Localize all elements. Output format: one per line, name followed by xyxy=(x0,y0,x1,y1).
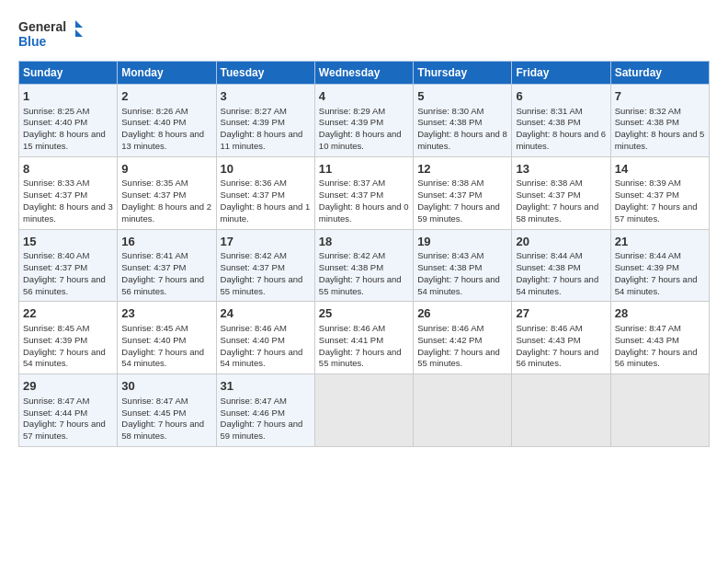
day-number: 15 xyxy=(23,234,113,250)
week-row-4: 29Sunrise: 8:47 AMSunset: 4:44 PMDayligh… xyxy=(19,374,710,447)
week-row-0: 1Sunrise: 8:25 AMSunset: 4:40 PMDaylight… xyxy=(19,85,710,157)
day-info: Sunset: 4:43 PM xyxy=(615,335,705,347)
day-info: Sunset: 4:37 PM xyxy=(221,262,311,274)
day-info: Sunset: 4:38 PM xyxy=(516,262,606,274)
calendar-cell: 13Sunrise: 8:38 AMSunset: 4:37 PMDayligh… xyxy=(512,156,610,229)
day-number: 2 xyxy=(121,88,211,105)
day-info: Daylight: 8 hours and 1 minute. xyxy=(221,201,311,225)
day-info: Sunset: 4:45 PM xyxy=(121,408,211,419)
day-header-sunday: Sunday xyxy=(19,62,118,85)
day-info: Sunset: 4:40 PM xyxy=(221,335,311,347)
day-info: Daylight: 7 hours and 54 minutes. xyxy=(23,347,113,371)
day-info: Sunrise: 8:29 AM xyxy=(319,106,409,118)
day-info: Sunset: 4:37 PM xyxy=(23,190,113,201)
day-info: Sunrise: 8:40 AM xyxy=(23,250,113,262)
day-info: Sunset: 4:39 PM xyxy=(221,117,311,129)
calendar-cell: 23Sunrise: 8:45 AMSunset: 4:40 PMDayligh… xyxy=(118,302,216,374)
day-header-friday: Friday xyxy=(512,62,610,85)
week-row-1: 8Sunrise: 8:33 AMSunset: 4:37 PMDaylight… xyxy=(19,156,710,229)
day-number: 28 xyxy=(615,305,705,322)
calendar-cell: 20Sunrise: 8:44 AMSunset: 4:38 PMDayligh… xyxy=(512,229,610,302)
day-number: 1 xyxy=(23,88,113,105)
day-info: Sunset: 4:37 PM xyxy=(121,262,211,274)
day-number: 30 xyxy=(121,378,211,395)
logo: General Blue xyxy=(18,17,83,52)
calendar-cell: 29Sunrise: 8:47 AMSunset: 4:44 PMDayligh… xyxy=(19,374,118,447)
day-info: Sunrise: 8:44 AM xyxy=(615,250,705,262)
day-info: Sunset: 4:37 PM xyxy=(516,190,606,201)
day-header-monday: Monday xyxy=(118,62,216,85)
calendar-cell: 15Sunrise: 8:40 AMSunset: 4:37 PMDayligh… xyxy=(19,229,118,302)
day-number: 7 xyxy=(615,88,705,105)
calendar-cell: 28Sunrise: 8:47 AMSunset: 4:43 PMDayligh… xyxy=(610,302,709,374)
day-number: 24 xyxy=(221,305,311,322)
day-info: Daylight: 7 hours and 54 minutes. xyxy=(417,274,507,298)
calendar-cell: 25Sunrise: 8:46 AMSunset: 4:41 PMDayligh… xyxy=(314,302,413,374)
day-number: 26 xyxy=(417,305,507,322)
day-info: Daylight: 8 hours and 0 minutes. xyxy=(319,201,409,225)
day-info: Daylight: 7 hours and 59 minutes. xyxy=(221,419,311,442)
logo-svg: General Blue xyxy=(18,17,83,52)
day-info: Sunrise: 8:42 AM xyxy=(221,250,311,262)
week-row-2: 15Sunrise: 8:40 AMSunset: 4:37 PMDayligh… xyxy=(19,229,710,302)
day-info: Sunset: 4:42 PM xyxy=(417,335,507,347)
day-info: Sunrise: 8:27 AM xyxy=(221,106,311,118)
day-number: 25 xyxy=(319,305,409,322)
day-number: 4 xyxy=(319,88,409,105)
day-info: Sunset: 4:40 PM xyxy=(121,335,211,347)
day-info: Daylight: 7 hours and 54 minutes. xyxy=(221,347,311,371)
day-info: Sunrise: 8:47 AM xyxy=(221,396,311,408)
calendar-cell: 22Sunrise: 8:45 AMSunset: 4:39 PMDayligh… xyxy=(19,302,118,374)
day-info: Daylight: 8 hours and 2 minutes. xyxy=(121,201,211,225)
calendar-cell: 1Sunrise: 8:25 AMSunset: 4:40 PMDaylight… xyxy=(19,85,118,157)
calendar-cell: 8Sunrise: 8:33 AMSunset: 4:37 PMDaylight… xyxy=(19,156,118,229)
day-info: Sunset: 4:39 PM xyxy=(23,335,113,347)
calendar-cell: 21Sunrise: 8:44 AMSunset: 4:39 PMDayligh… xyxy=(610,229,709,302)
calendar-cell: 14Sunrise: 8:39 AMSunset: 4:37 PMDayligh… xyxy=(610,156,709,229)
day-info: Daylight: 7 hours and 54 minutes. xyxy=(516,274,606,298)
calendar-cell xyxy=(610,374,709,447)
day-number: 17 xyxy=(221,234,311,250)
day-number: 14 xyxy=(615,161,705,178)
day-info: Sunrise: 8:37 AM xyxy=(319,178,409,190)
day-number: 22 xyxy=(23,305,113,322)
calendar-cell: 17Sunrise: 8:42 AMSunset: 4:37 PMDayligh… xyxy=(216,229,314,302)
calendar-cell: 12Sunrise: 8:38 AMSunset: 4:37 PMDayligh… xyxy=(414,156,512,229)
day-info: Daylight: 7 hours and 58 minutes. xyxy=(121,419,211,442)
calendar-cell xyxy=(414,374,512,447)
day-header-thursday: Thursday xyxy=(414,62,512,85)
day-info: Sunset: 4:40 PM xyxy=(23,117,113,129)
day-info: Sunrise: 8:42 AM xyxy=(319,250,409,262)
day-info: Sunset: 4:41 PM xyxy=(319,335,409,347)
day-header-wednesday: Wednesday xyxy=(314,62,413,85)
calendar-cell: 9Sunrise: 8:35 AMSunset: 4:37 PMDaylight… xyxy=(118,156,216,229)
day-info: Sunrise: 8:46 AM xyxy=(221,323,311,335)
day-info: Sunrise: 8:46 AM xyxy=(516,323,606,335)
svg-text:General: General xyxy=(18,19,66,34)
calendar-cell: 5Sunrise: 8:30 AMSunset: 4:38 PMDaylight… xyxy=(414,85,512,157)
day-info: Daylight: 8 hours and 3 minutes. xyxy=(23,201,113,225)
day-info: Sunset: 4:46 PM xyxy=(221,408,311,419)
day-info: Sunrise: 8:41 AM xyxy=(121,250,211,262)
day-number: 23 xyxy=(121,305,211,322)
calendar-cell xyxy=(512,374,610,447)
calendar-cell: 2Sunrise: 8:26 AMSunset: 4:40 PMDaylight… xyxy=(118,85,216,157)
day-info: Daylight: 8 hours and 5 minutes. xyxy=(615,129,705,153)
day-number: 3 xyxy=(221,88,311,105)
day-info: Daylight: 7 hours and 59 minutes. xyxy=(417,201,507,225)
day-info: Sunrise: 8:44 AM xyxy=(516,250,606,262)
svg-text:Blue: Blue xyxy=(18,34,47,49)
day-info: Sunrise: 8:35 AM xyxy=(121,178,211,190)
day-info: Daylight: 8 hours and 10 minutes. xyxy=(319,129,409,153)
day-info: Sunrise: 8:36 AM xyxy=(221,178,311,190)
day-info: Sunset: 4:44 PM xyxy=(23,408,113,419)
day-info: Sunset: 4:37 PM xyxy=(615,190,705,201)
day-info: Daylight: 7 hours and 57 minutes. xyxy=(23,419,113,442)
day-info: Daylight: 8 hours and 11 minutes. xyxy=(221,129,311,153)
day-info: Sunrise: 8:38 AM xyxy=(516,178,606,190)
calendar-cell: 10Sunrise: 8:36 AMSunset: 4:37 PMDayligh… xyxy=(216,156,314,229)
calendar-cell: 19Sunrise: 8:43 AMSunset: 4:38 PMDayligh… xyxy=(414,229,512,302)
day-number: 8 xyxy=(23,161,113,178)
day-number: 6 xyxy=(516,88,606,105)
day-info: Daylight: 7 hours and 54 minutes. xyxy=(615,274,705,298)
